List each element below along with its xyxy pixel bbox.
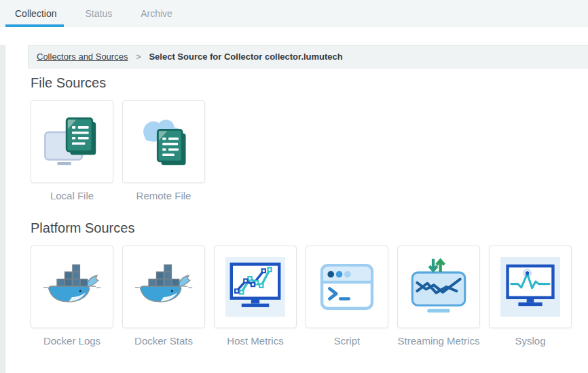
source-item-docker-logs: Docker Logs [31, 246, 113, 347]
breadcrumb-current: Select Source for Collector collector.lu… [149, 52, 342, 62]
source-card-remote-file[interactable] [122, 100, 205, 183]
source-card-syslog[interactable] [489, 246, 572, 328]
section: File Sources Local File [31, 75, 588, 202]
breadcrumb-separator-icon: > [136, 52, 141, 62]
source-item-remote-file: Remote File [122, 100, 205, 202]
card-row: Local File Remote File [31, 100, 588, 202]
source-item-local-file: Local File [31, 100, 113, 202]
source-card-script[interactable] [306, 246, 388, 328]
source-card-docker-logs[interactable] [31, 246, 113, 328]
source-label-remote-file: Remote File [136, 190, 191, 202]
source-label-host-metrics: Host Metrics [227, 335, 283, 347]
tab-status[interactable]: Status [85, 0, 112, 27]
main-content: File Sources Local File [5, 75, 588, 347]
source-label-streaming-metrics: Streaming Metrics [398, 335, 480, 347]
docker-whale-icon [42, 257, 102, 317]
section-title-file-sources: File Sources [31, 75, 588, 91]
source-label-local-file: Local File [50, 190, 94, 202]
source-label-docker-stats: Docker Stats [134, 335, 193, 347]
local-file-icon [42, 112, 102, 172]
source-card-docker-stats[interactable] [122, 246, 205, 328]
docker-whale-icon [134, 257, 194, 317]
tab-collection[interactable]: Collection [15, 0, 56, 27]
host-metrics-chart-icon [225, 257, 285, 317]
streaming-metrics-icon [409, 257, 468, 317]
terminal-icon [317, 257, 377, 317]
remote-file-icon [134, 112, 194, 172]
source-label-script: Script [334, 335, 360, 347]
source-label-docker-logs: Docker Logs [43, 335, 100, 347]
tab-archive[interactable]: Archive [141, 0, 172, 27]
source-item-streaming-metrics: Streaming Metrics [397, 246, 480, 347]
section-title-platform-sources: Platform Sources [31, 220, 588, 236]
source-item-docker-stats: Docker Stats [122, 246, 205, 347]
card-row: Docker Logs Docker Stats [31, 246, 588, 347]
page-body: Collectors and Sources > Select Source f… [0, 45, 588, 373]
breadcrumb-link-collectors-and-sources[interactable]: Collectors and Sources [37, 52, 128, 62]
app-window: CollectionStatusArchive Collectors and S… [0, 0, 588, 373]
source-label-syslog: Syslog [515, 335, 545, 347]
section: Platform Sources Docker Logs [31, 220, 588, 347]
source-card-local-file[interactable] [31, 100, 113, 183]
source-item-script: Script [306, 246, 388, 347]
tab-bar: CollectionStatusArchive [0, 0, 588, 27]
breadcrumb: Collectors and Sources > Select Source f… [28, 45, 588, 68]
source-card-streaming-metrics[interactable] [397, 246, 480, 328]
source-item-syslog: Syslog [489, 246, 572, 347]
syslog-heartbeat-icon [500, 257, 560, 317]
source-item-host-metrics: Host Metrics [214, 246, 297, 347]
source-card-host-metrics[interactable] [214, 246, 297, 328]
